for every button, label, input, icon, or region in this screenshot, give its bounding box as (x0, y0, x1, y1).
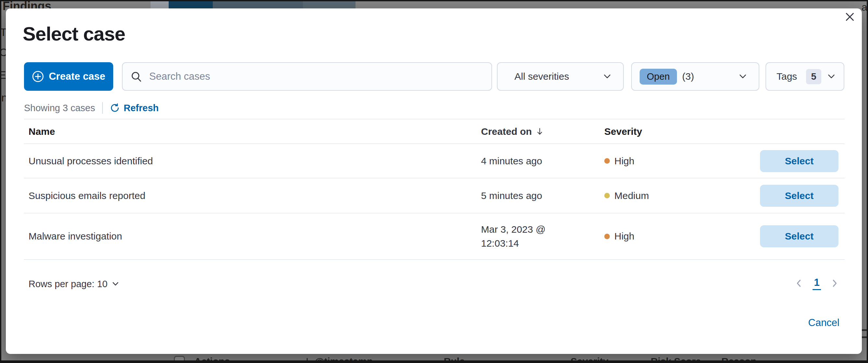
results-summary: Showing 3 cases Refresh (24, 102, 159, 114)
select-case-button[interactable]: Select (760, 150, 838, 172)
chevron-down-icon (827, 72, 836, 81)
previous-page-icon[interactable] (794, 278, 804, 288)
background-column-header: Reason (721, 356, 756, 363)
background-column-header: @timestamp (315, 356, 373, 363)
sort-down-icon (535, 127, 544, 136)
vertical-divider (102, 102, 103, 114)
background-column-header: Actions (194, 356, 230, 363)
case-created-on: Mar 3, 2023 @ 12:03:14 (481, 222, 559, 250)
status-count: (3) (682, 71, 694, 82)
next-page-icon[interactable] (830, 278, 839, 288)
rows-per-page-label: Rows per page: 10 (29, 279, 107, 290)
refresh-button[interactable]: Refresh (110, 103, 159, 113)
severity-dot (604, 234, 610, 239)
table-header-row: Name Created on Severity (24, 119, 845, 144)
background-dashed-line (862, 336, 867, 338)
case-name: Suspicious emails reported (24, 190, 481, 201)
cancel-button[interactable]: Cancel (808, 317, 840, 329)
column-header-created-on[interactable]: Created on (481, 125, 604, 138)
table-row: Unusual processes identified 4 minutes a… (24, 144, 845, 178)
rows-per-page-selector[interactable]: Rows per page: 10 (29, 277, 120, 290)
case-created-on: 4 minutes ago (481, 154, 542, 168)
background-column-header: Severity (570, 356, 609, 363)
tags-label: Tags (777, 71, 797, 82)
severity-dot (604, 193, 610, 198)
search-input[interactable] (149, 70, 485, 82)
create-case-button[interactable]: Create case (24, 62, 113, 91)
chevron-down-icon (738, 72, 748, 81)
case-name: Malware investigation (24, 231, 481, 242)
severity-filter-select[interactable]: All severities (497, 62, 624, 91)
background-tab-segment (213, 1, 303, 8)
case-created-on: 5 minutes ago (481, 189, 542, 203)
background-tab-segment (303, 1, 355, 8)
severity-label: High (614, 231, 634, 242)
table-row: Malware investigation Mar 3, 2023 @ 12:0… (24, 213, 845, 260)
create-case-label: Create case (49, 71, 105, 82)
refresh-icon (110, 103, 120, 113)
sort-down-icon (303, 357, 311, 363)
plus-circle-icon (32, 70, 44, 82)
background-tab-segment (151, 1, 169, 8)
severity-filter-value: All severities (515, 71, 569, 82)
background-checkbox (174, 356, 185, 363)
search-cases-field (122, 62, 492, 91)
status-filter-select[interactable]: Open (3) (631, 62, 760, 91)
tags-filter-select[interactable]: Tags 5 (766, 62, 844, 91)
close-icon[interactable] (842, 9, 858, 25)
select-case-button[interactable]: Select (760, 185, 838, 207)
column-header-name: Name (24, 126, 481, 137)
severity-label: Medium (614, 190, 649, 201)
table-row: Suspicious emails reported 5 minutes ago… (24, 178, 845, 213)
status-badge: Open (640, 69, 677, 85)
background-table-header: Actions @timestamp Rule Severity Risk Sc… (1, 354, 867, 363)
refresh-label: Refresh (124, 103, 159, 113)
modal-title: Select case (23, 23, 125, 45)
select-case-modal: Select case Create case All severities O… (6, 8, 862, 354)
showing-cases-text: Showing 3 cases (24, 103, 95, 113)
background-column-header: Rule (444, 356, 465, 363)
background-dashed-line (862, 329, 867, 331)
select-case-button[interactable]: Select (760, 225, 838, 247)
background-column-header: Risk Score (651, 356, 701, 363)
background-text-fragment: ag (862, 1, 868, 13)
pagination: 1 (794, 276, 839, 290)
background-tab-selected (169, 1, 213, 8)
chevron-down-icon (111, 280, 120, 288)
tags-count-badge: 5 (806, 69, 821, 84)
severity-dot (604, 158, 610, 164)
case-name: Unusual processes identified (24, 156, 481, 167)
severity-label: High (614, 156, 634, 167)
screenshot-frame: Findings Ti Ca Ex n ag Actions @timestam… (0, 0, 868, 363)
cases-table: Name Created on Severity Unusual process… (24, 119, 845, 260)
column-header-severity: Severity (604, 126, 760, 137)
search-icon (130, 71, 142, 82)
chevron-down-icon (602, 72, 612, 81)
page-number[interactable]: 1 (812, 277, 820, 290)
